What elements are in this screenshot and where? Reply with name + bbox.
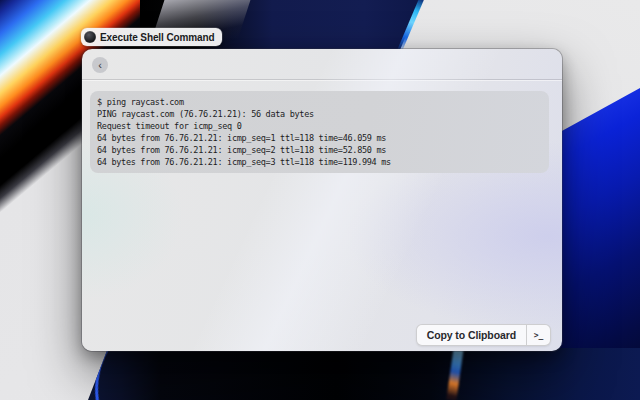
window-footer: Copy to Clipboard >_ <box>82 319 562 351</box>
terminal-line: Request timeout for icmp_seq 0 <box>97 120 549 132</box>
shell-command-icon <box>84 31 96 43</box>
desktop: Execute Shell Command ‹ $ ping raycast.c… <box>0 0 640 400</box>
window-header: ‹ <box>82 49 562 80</box>
footer-actions: Copy to Clipboard >_ <box>416 324 551 346</box>
copy-to-clipboard-button[interactable]: Copy to Clipboard <box>417 325 526 345</box>
raycast-window: ‹ $ ping raycast.com PING raycast.com (7… <box>82 49 562 351</box>
terminal-line: 64 bytes from 76.76.21.21: icmp_seq=1 tt… <box>97 132 549 144</box>
terminal-prompt-icon: >_ <box>534 331 544 340</box>
command-tooltip-label: Execute Shell Command <box>100 32 215 43</box>
chevron-left-icon: ‹ <box>98 59 102 71</box>
terminal-line: 64 bytes from 76.76.21.21: icmp_seq=2 tt… <box>97 144 549 156</box>
command-tooltip: Execute Shell Command <box>81 28 222 46</box>
wallpaper-bottom-dark <box>88 348 640 400</box>
terminal-output: $ ping raycast.com PING raycast.com (76.… <box>90 91 549 173</box>
terminal-icon-button[interactable]: >_ <box>527 325 550 345</box>
back-button[interactable]: ‹ <box>92 57 108 73</box>
terminal-line: 64 bytes from 76.76.21.21: icmp_seq=3 tt… <box>97 156 549 168</box>
terminal-line: PING raycast.com (76.76.21.21): 56 data … <box>97 108 549 120</box>
terminal-line: $ ping raycast.com <box>97 96 549 108</box>
